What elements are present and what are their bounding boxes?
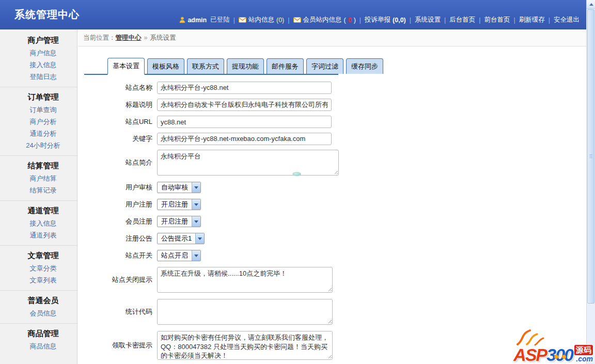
page: 系统管理中心 admin 已登陆 | 站内信息(0) | xyxy=(0,0,595,364)
sidebar-item-article-list[interactable]: 文章列表 xyxy=(0,274,77,286)
sidebar-item-product-info[interactable]: 商品信息 xyxy=(0,340,77,352)
separator: | xyxy=(514,17,515,24)
select-value: 公告提示1 xyxy=(158,233,195,244)
card-tip-textarea[interactable]: 如对购买的卡密有任何异议，请立刻联系我们客服处理，QQ：800047382 只处… xyxy=(157,331,333,360)
site-messages-link[interactable]: 站内信息(0) xyxy=(239,15,284,24)
section-title: 订单管理 xyxy=(0,91,77,103)
member-reg-label: 会员注册 xyxy=(84,217,152,226)
complaints-link[interactable]: 投诉举报(0,0) xyxy=(365,15,406,24)
separator: | xyxy=(444,17,446,24)
section-title: 通道管理 xyxy=(0,205,77,216)
content: 基本设置 模板风格 联系方式 提现功能 邮件服务 字词过滤 缓存同步 站点名称 … xyxy=(78,46,586,360)
tab-mail-service[interactable]: 邮件服务 xyxy=(267,58,304,74)
separator: | xyxy=(549,17,550,24)
separator: | xyxy=(479,17,480,24)
breadcrumb-prefix: 当前位置： xyxy=(83,34,116,41)
sidebar-item-article-categories[interactable]: 文章分类 xyxy=(0,262,77,274)
sidebar-item-channel-access[interactable]: 接入信息 xyxy=(0,217,77,229)
sidebar-item-member-info[interactable]: 会员信息 xyxy=(0,307,77,319)
member-messages-link[interactable]: 会员站内信息(0) xyxy=(293,15,356,24)
site-messages-label: 站内信息 xyxy=(248,15,274,24)
site-intro-label: 站点简介 xyxy=(84,158,152,167)
envelope-icon xyxy=(293,17,301,23)
section-title: 文章管理 xyxy=(0,250,77,261)
separator: | xyxy=(233,17,235,24)
sidebar-item-login-log[interactable]: 登陆日志 xyxy=(0,71,77,83)
form-row: 统计代码 xyxy=(84,299,586,325)
tab-cache-sync[interactable]: 缓存同步 xyxy=(346,58,383,74)
nav-admin-home[interactable]: 后台首页 xyxy=(449,15,475,24)
arrow-up-icon xyxy=(589,3,593,6)
asp300-watermark: ASP 300 源码 .com xyxy=(513,345,593,363)
scrollbar-thumb[interactable] xyxy=(587,9,594,304)
reg-notice-select[interactable]: 公告提示1 xyxy=(157,233,205,244)
user-audit-label: 用户审核 xyxy=(84,183,152,192)
scrollbar[interactable] xyxy=(586,0,595,364)
tab-contact-method[interactable]: 联系方式 xyxy=(187,58,224,74)
breadcrumb: 当前位置：管理中心»系统设置 xyxy=(78,29,586,46)
form-row: 关键字 xyxy=(84,133,586,145)
envelope-icon xyxy=(239,17,246,23)
scrollbar-up-button[interactable] xyxy=(587,0,595,9)
user-reg-select[interactable]: 开启注册 xyxy=(157,199,201,210)
tab-word-filter[interactable]: 字词过滤 xyxy=(306,58,343,74)
form-row: 站点名称 xyxy=(84,82,586,94)
member-messages-label: 会员站内信息 xyxy=(303,15,342,24)
sidebar-item-24h-analysis[interactable]: 24小时分析 xyxy=(0,139,77,151)
chevron-down-icon[interactable] xyxy=(195,233,204,244)
chevron-down-icon[interactable] xyxy=(192,182,200,193)
member-reg-select[interactable]: 开启注册 xyxy=(157,216,201,227)
separator: | xyxy=(288,17,289,24)
tab-bar: 基本设置 模板风格 联系方式 提现功能 邮件服务 字词过滤 缓存同步 xyxy=(84,58,338,75)
site-url-input[interactable] xyxy=(157,116,332,128)
chevron-down-icon[interactable] xyxy=(192,216,200,227)
card-tip-label: 领取卡密提示 xyxy=(84,341,152,350)
form-row: 注册公告 公告提示1 xyxy=(84,233,586,244)
sidebar-item-merchant-analysis[interactable]: 商户分析 xyxy=(0,116,77,128)
page-title: 系统管理中心 xyxy=(14,8,80,22)
sidebar-item-merchant-settlement[interactable]: 商户结算 xyxy=(0,172,77,184)
breadcrumb-link-admin-center[interactable]: 管理中心 xyxy=(116,34,142,41)
flame-icon xyxy=(515,328,547,346)
nav-system-settings[interactable]: 系统设置 xyxy=(415,15,441,24)
user-icon xyxy=(179,17,185,23)
site-close-tip-label: 站点关闭提示 xyxy=(84,275,152,284)
nav-front-home[interactable]: 前台首页 xyxy=(484,15,510,24)
chevron-down-icon[interactable] xyxy=(192,250,200,261)
user-name: admin xyxy=(187,17,207,24)
sidebar-section-settlement: 结算管理 商户结算 结算记录 xyxy=(0,156,77,201)
site-name-label: 站点名称 xyxy=(84,83,152,92)
tab-withdrawal[interactable]: 提现功能 xyxy=(227,58,264,74)
tab-basic-settings[interactable]: 基本设置 xyxy=(107,58,145,75)
user-audit-select[interactable]: 自动审核 xyxy=(157,182,201,193)
stats-code-textarea[interactable] xyxy=(157,299,333,325)
nav-safe-logout[interactable]: 安全退出 xyxy=(554,15,580,24)
sidebar-item-merchant-info[interactable]: 商户信息 xyxy=(0,47,77,59)
select-value: 站点开启 xyxy=(158,250,192,261)
keywords-input[interactable] xyxy=(157,133,332,145)
sidebar-section-articles: 文章管理 文章分类 文章列表 xyxy=(0,246,77,291)
select-value: 开启注册 xyxy=(158,216,192,227)
breadcrumb-current: 系统设置 xyxy=(150,34,176,41)
sidebar-item-settlement-records[interactable]: 结算记录 xyxy=(0,184,77,196)
paren: ) xyxy=(354,17,356,24)
sidebar-section-merchant: 商户管理 商户信息 接入信息 登陆日志 xyxy=(0,30,77,87)
site-name-input[interactable] xyxy=(157,82,332,94)
title-desc-input[interactable] xyxy=(157,99,332,111)
form-row: 站点关闭提示 系统正在升级，请稍候......10点之前完毕！ xyxy=(84,267,586,293)
sidebar-item-channel-analysis[interactable]: 通道分析 xyxy=(0,128,77,139)
site-switch-select[interactable]: 站点开启 xyxy=(157,250,201,261)
sidebar-item-order-query[interactable]: 订单查询 xyxy=(0,104,77,116)
user-reg-label: 用户注册 xyxy=(84,200,152,209)
site-close-tip-textarea[interactable]: 系统正在升级，请稍候......10点之前完毕！ xyxy=(157,267,333,293)
sidebar-section-channel: 通道管理 接入信息 通道列表 xyxy=(0,201,77,246)
select-value: 开启注册 xyxy=(158,199,192,210)
tab-template-style[interactable]: 模板风格 xyxy=(147,58,184,74)
sidebar-item-access-info[interactable]: 接入信息 xyxy=(0,59,77,71)
main-area: 当前位置：管理中心»系统设置 基本设置 模板风格 联系方式 提现功能 邮件服务 … xyxy=(78,29,586,364)
sidebar-item-channel-list[interactable]: 通道列表 xyxy=(0,229,77,241)
site-intro-textarea[interactable]: 永纯积分平台 xyxy=(157,150,339,176)
chevron-down-icon[interactable] xyxy=(192,199,200,210)
nav-refresh-cache[interactable]: 刷新缓存 xyxy=(519,15,545,24)
login-status: 已登陆 xyxy=(210,15,230,24)
